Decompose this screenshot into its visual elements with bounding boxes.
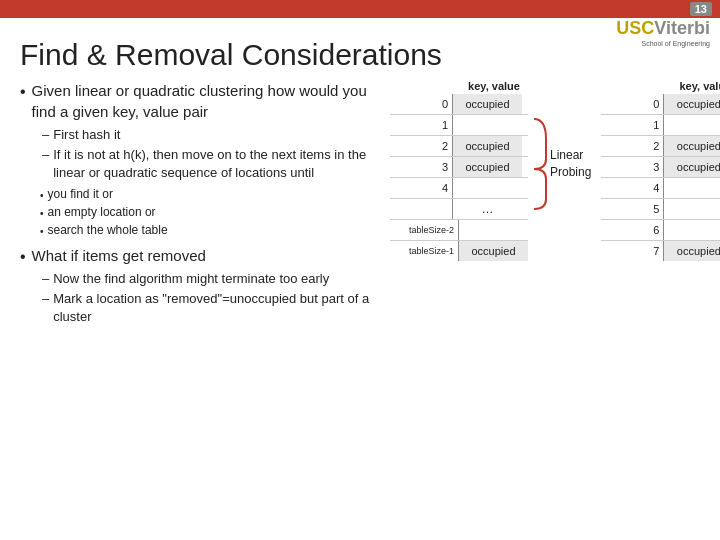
row-index: 2 (601, 140, 663, 152)
row-index: 6 (601, 224, 663, 236)
sub-bullet-1-2: – If it is not at h(k), then move on to … (42, 146, 380, 182)
sub-bullets-1: – First hash it – If it is not at h(k), … (42, 126, 380, 183)
row-cell (452, 178, 522, 198)
row-index: 4 (601, 182, 663, 194)
slide-number: 13 (690, 2, 712, 16)
row-cell: occupied (458, 241, 528, 261)
row-cell: occupied (663, 241, 720, 261)
row-cell: occupied (663, 157, 720, 177)
sub-bullet-2-1: – Now the find algorithm might terminate… (42, 270, 380, 288)
sub-sub-dot-2: • (40, 206, 44, 221)
sub-bullet-2-2: – Mark a location as "removed"=unoccupie… (42, 290, 380, 326)
row-index: tableSize-2 (390, 225, 458, 235)
row-index: 0 (390, 98, 452, 110)
table-row: 2 occupied (601, 136, 720, 157)
sub-bullets-2: – Now the find algorithm might terminate… (42, 270, 380, 327)
table-row: 3 occupied (390, 157, 528, 178)
bullet-1-text: Given linear or quadratic clustering how… (32, 80, 380, 122)
bullet-dot-2: • (20, 247, 26, 266)
dash-2-1: – (42, 270, 49, 288)
table-row: 3 occupied (601, 157, 720, 178)
top-bar: 13 (0, 0, 720, 18)
row-cell (458, 220, 528, 240)
quadratic-table-with-brace: 0 occupied 1 2 occupied (601, 94, 720, 261)
content-area: • Given linear or quadratic clustering h… (20, 80, 700, 328)
dash-2-2: – (42, 290, 49, 308)
row-cell (663, 178, 720, 198)
table-row: 1 (601, 115, 720, 136)
right-column: key, value 0 occupied 1 (390, 80, 700, 328)
sub-sub-2-text: an empty location or (48, 203, 156, 221)
quadratic-kv-label: key, value (669, 80, 720, 92)
usc-text: USC (616, 18, 654, 38)
row-cell: occupied (452, 157, 522, 177)
quadratic-table-header: key, value (601, 80, 720, 92)
linear-brace-svg (532, 114, 550, 214)
linear-hash-table: 0 occupied 1 2 occupied (390, 94, 528, 261)
row-index: 3 (390, 161, 452, 173)
table-row-dots: … (390, 199, 528, 220)
sub-sub-dot-1: • (40, 188, 44, 203)
table-row: 2 occupied (390, 136, 528, 157)
row-cell (663, 220, 720, 240)
table-row: 6 (601, 220, 720, 241)
row-index: 5 (601, 203, 663, 215)
table-row: tableSize-2 (390, 220, 528, 241)
table-row: 1 (390, 115, 528, 136)
linear-table-header: key, value (390, 80, 530, 92)
row-index: 1 (601, 119, 663, 131)
bullet-1: • Given linear or quadratic clustering h… (20, 80, 380, 122)
sub-sub-1-text: you find it or (48, 185, 113, 203)
row-cell: occupied (452, 136, 522, 156)
row-index: 2 (390, 140, 452, 152)
sub-bullet-1-1: – First hash it (42, 126, 380, 144)
linear-table-with-brace: 0 occupied 1 2 occupied (390, 94, 591, 261)
row-cell: occupied (663, 94, 720, 114)
quadratic-index-spacer (601, 80, 669, 92)
row-cell: … (452, 199, 522, 219)
linear-probing-label: LinearProbing (550, 147, 591, 181)
sub-sub-bullets-1: • you find it or • an empty location or … (40, 185, 380, 239)
row-cell (663, 115, 720, 135)
linear-probing-section: key, value 0 occupied 1 (390, 80, 591, 328)
row-cell (663, 199, 720, 219)
quadratic-probing-section: key, value 0 occupied 1 (601, 80, 720, 328)
row-index: 7 (601, 245, 663, 257)
row-cell: occupied (452, 94, 522, 114)
bullet-2: • What if items get removed (20, 245, 380, 266)
table-row: 0 occupied (601, 94, 720, 115)
usc-logo: USCViterbi (616, 18, 710, 39)
table-row: 5 (601, 199, 720, 220)
usc-sub: School of Engineering (616, 40, 710, 47)
table-row: tableSize-1 occupied (390, 241, 528, 261)
bullet-2-text: What if items get removed (32, 245, 206, 266)
page-title: Find & Removal Considerations (20, 38, 700, 72)
sub-bullet-1-2-text: If it is not at h(k), then move on to th… (53, 146, 380, 182)
row-index: 3 (601, 161, 663, 173)
quadratic-hash-table: 0 occupied 1 2 occupied (601, 94, 720, 261)
row-index: 1 (390, 119, 452, 131)
row-index: 0 (601, 98, 663, 110)
main-content: Find & Removal Considerations • Given li… (0, 18, 720, 336)
linear-kv-label: key, value (458, 80, 530, 92)
logo-area: USCViterbi School of Engineering (616, 18, 710, 47)
table-row: 4 (601, 178, 720, 199)
row-cell (452, 115, 522, 135)
table-row: 0 occupied (390, 94, 528, 115)
sub-bullet-1-1-text: First hash it (53, 126, 120, 144)
dash-1-1: – (42, 126, 49, 144)
sub-sub-2: • an empty location or (40, 203, 380, 221)
sub-bullet-2-1-text: Now the find algorithm might terminate t… (53, 270, 329, 288)
table-row: 4 (390, 178, 528, 199)
sub-sub-3-text: search the whole table (48, 221, 168, 239)
sub-sub-dot-3: • (40, 224, 44, 239)
row-index: 4 (390, 182, 452, 194)
row-cell: occupied (663, 136, 720, 156)
viterbi-text: Viterbi (654, 18, 710, 38)
linear-index-spacer (390, 80, 458, 92)
row-index: tableSize-1 (390, 246, 458, 256)
sub-sub-1: • you find it or (40, 185, 380, 203)
sub-bullet-2-2-text: Mark a location as "removed"=unoccupied … (53, 290, 380, 326)
dash-1-2: – (42, 146, 49, 164)
sub-sub-3: • search the whole table (40, 221, 380, 239)
